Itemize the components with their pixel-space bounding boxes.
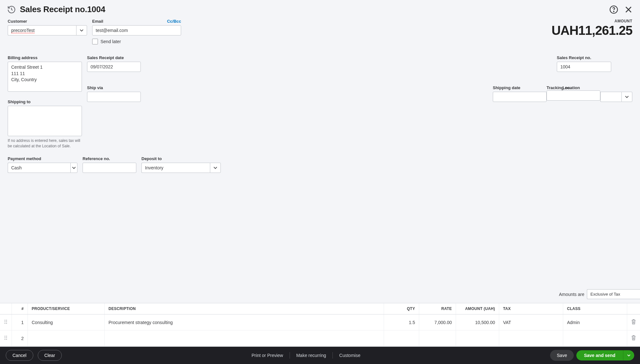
deposit-to-input[interactable]: [141, 163, 210, 173]
svg-point-13: [6, 336, 7, 337]
col-description: DESCRIPTION: [105, 303, 384, 314]
billing-address-label: Billing address: [8, 55, 82, 60]
col-tax: TAX: [499, 303, 563, 314]
receipt-date-label: Sales Receipt date: [87, 55, 141, 60]
amounts-are-input[interactable]: [587, 289, 640, 299]
drag-handle-icon[interactable]: [4, 336, 8, 340]
row-amount[interactable]: [456, 330, 499, 346]
svg-point-15: [6, 337, 7, 338]
footer-bar: Cancel Clear Print or Preview Make recur…: [0, 347, 640, 364]
chevron-down-icon[interactable]: [70, 163, 77, 173]
customer-value: precoroTest: [11, 28, 35, 33]
chevron-down-icon[interactable]: [76, 25, 87, 35]
row-product[interactable]: Consulting: [28, 314, 105, 330]
amount-value: UAH11,261.25: [551, 23, 632, 38]
col-class: CLASS: [563, 303, 627, 314]
shipping-to-input[interactable]: [8, 106, 82, 136]
col-num: #: [12, 303, 28, 314]
receipt-date-input[interactable]: [87, 62, 141, 72]
col-qty: QTY: [384, 303, 419, 314]
deposit-to-label: Deposit to: [141, 156, 221, 161]
chevron-down-icon[interactable]: [621, 92, 632, 102]
save-and-send-dropdown[interactable]: [623, 350, 634, 360]
amount-summary: AMOUNT UAH11,261.25: [551, 19, 632, 44]
row-class[interactable]: [563, 330, 627, 346]
email-label: Email: [92, 19, 103, 24]
svg-point-9: [6, 323, 7, 324]
row-rate[interactable]: 7,000.00: [419, 314, 456, 330]
shipping-helper-text: If no address is entered here, sales tax…: [8, 138, 81, 149]
svg-point-7: [6, 321, 7, 322]
close-icon[interactable]: [624, 5, 633, 14]
divider: [332, 352, 333, 359]
row-description[interactable]: Procurement strategy consulting: [105, 314, 384, 330]
make-recurring-link[interactable]: Make recurring: [291, 353, 331, 358]
page-header: Sales Receipt no.1004: [0, 0, 640, 19]
receipt-no-label: Sales Receipt no.: [557, 55, 611, 60]
help-icon[interactable]: [609, 5, 618, 14]
history-icon[interactable]: [7, 5, 16, 14]
reference-no-label: Reference no.: [83, 156, 136, 161]
col-product: PRODUCT/SERVICE: [28, 303, 105, 314]
email-input[interactable]: [92, 25, 181, 35]
save-button[interactable]: Save: [550, 350, 574, 361]
location-select[interactable]: [600, 92, 632, 102]
table-row[interactable]: 1 Consulting Procurement strategy consul…: [0, 314, 640, 330]
row-class[interactable]: Admin: [563, 314, 627, 330]
reference-no-input[interactable]: [83, 163, 136, 173]
row-description[interactable]: [105, 330, 384, 346]
shipping-to-label: Shipping to: [8, 99, 82, 104]
tracking-no-input[interactable]: [547, 90, 600, 101]
svg-point-12: [4, 336, 5, 337]
svg-point-1: [613, 11, 614, 12]
ship-via-input[interactable]: [87, 92, 141, 102]
billing-address-input[interactable]: [8, 62, 82, 92]
line-items-table: # PRODUCT/SERVICE DESCRIPTION QTY RATE A…: [0, 303, 640, 347]
trash-icon[interactable]: [631, 319, 636, 325]
amounts-are-select[interactable]: [587, 289, 632, 299]
shipping-date-input[interactable]: [493, 92, 547, 102]
send-later-label: Send later: [100, 39, 121, 44]
deposit-to-select[interactable]: [141, 163, 221, 173]
row-tax[interactable]: VAT: [499, 314, 563, 330]
customise-link[interactable]: Customise: [334, 353, 365, 358]
location-label: Location: [563, 85, 580, 90]
receipt-no-input[interactable]: [557, 62, 611, 72]
payment-method-select[interactable]: [8, 163, 77, 173]
print-preview-link[interactable]: Print or Preview: [246, 353, 288, 358]
page-title: Sales Receipt no.1004: [20, 4, 105, 14]
location-input[interactable]: [600, 92, 621, 102]
amount-label: AMOUNT: [551, 19, 632, 23]
chevron-down-icon[interactable]: [210, 163, 221, 173]
svg-point-8: [4, 323, 5, 324]
divider: [290, 352, 290, 359]
ccbcc-link[interactable]: Cc/Bcc: [167, 19, 181, 24]
cancel-button[interactable]: Cancel: [6, 350, 33, 361]
svg-point-6: [4, 321, 5, 322]
save-and-send-button[interactable]: Save and send: [576, 350, 623, 360]
row-tax[interactable]: [499, 330, 563, 346]
row-qty[interactable]: [384, 330, 419, 346]
trash-icon[interactable]: [631, 335, 636, 341]
row-amount[interactable]: 10,500.00: [456, 314, 499, 330]
customer-select[interactable]: precoroTest: [8, 25, 87, 35]
svg-point-4: [4, 320, 5, 321]
svg-point-17: [6, 339, 7, 340]
table-row[interactable]: 2: [0, 330, 640, 346]
clear-button[interactable]: Clear: [38, 350, 62, 361]
svg-point-14: [4, 337, 5, 338]
svg-point-16: [4, 339, 5, 340]
amounts-are-label: Amounts are: [559, 292, 584, 297]
shipping-date-label: Shipping date: [493, 85, 547, 90]
payment-method-label: Payment method: [8, 156, 77, 161]
payment-method-input[interactable]: [8, 163, 70, 173]
col-rate: RATE: [419, 303, 456, 314]
send-later-checkbox[interactable]: [92, 39, 98, 44]
customer-label: Customer: [8, 19, 87, 24]
drag-handle-icon[interactable]: [4, 320, 8, 324]
row-product[interactable]: [28, 330, 105, 346]
row-qty[interactable]: 1.5: [384, 314, 419, 330]
row-num: 2: [12, 330, 28, 346]
row-rate[interactable]: [419, 330, 456, 346]
svg-point-5: [6, 320, 7, 321]
